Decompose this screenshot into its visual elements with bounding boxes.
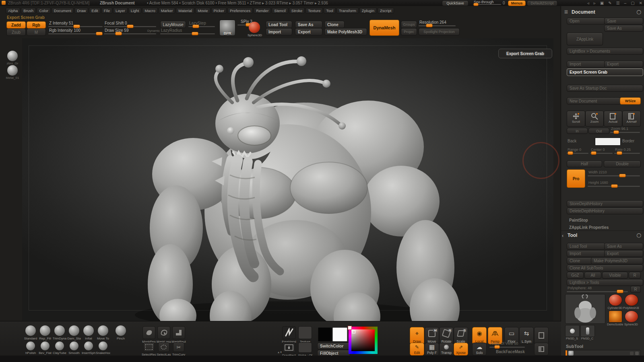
trimcurve-brush[interactable]: ✂ TrimCurv xyxy=(171,342,186,356)
tool-export-button[interactable]: Export xyxy=(604,250,643,257)
goz-all-button[interactable]: All xyxy=(584,272,601,279)
new-document-button[interactable]: New Document xyxy=(567,97,621,105)
window-icon[interactable]: ☰ xyxy=(616,1,620,5)
menu-item[interactable]: Light xyxy=(128,8,142,14)
tool-make-polymesh-button[interactable]: Make Polymesh3D xyxy=(591,257,643,264)
tool-import-button[interactable]: Import xyxy=(567,250,605,257)
material-thumbnail[interactable] xyxy=(7,51,18,61)
window-icon[interactable]: ◃ xyxy=(587,1,589,5)
window-icon[interactable]: ▹ xyxy=(594,1,596,5)
slider-handle[interactable] xyxy=(192,32,198,35)
selectrect-brush[interactable]: SelectRec xyxy=(142,342,156,356)
zoom-out-button[interactable]: Out xyxy=(588,128,609,134)
slider-handle[interactable] xyxy=(473,3,479,6)
masklasso-brush[interactable]: MaskLass xyxy=(157,326,171,343)
doc-import-button[interactable]: Import xyxy=(567,61,605,68)
quicksave-button[interactable]: QuickSave xyxy=(442,0,469,6)
range-slider[interactable]: Range 0 xyxy=(567,148,588,154)
brush-item[interactable]: TrimDyna xyxy=(52,325,67,340)
palette-circle-icon[interactable]: ◯ xyxy=(637,10,641,14)
canvas-actual-button[interactable] xyxy=(534,327,549,344)
lightbox-tools-button[interactable]: LightBox > Tools xyxy=(567,279,643,286)
goz-button[interactable]: GoZ xyxy=(567,272,584,279)
brush-item[interactable]: InsertSph xyxy=(81,341,96,355)
slider-handle[interactable] xyxy=(568,151,573,155)
menu-item[interactable]: Alpha xyxy=(6,8,20,14)
texture-selector[interactable]: Texture xyxy=(298,326,312,343)
slider-handle[interactable] xyxy=(613,130,619,134)
slider-handle[interactable] xyxy=(617,290,623,293)
menu-item[interactable]: Document xyxy=(52,8,74,14)
window-icon[interactable]: ✕ xyxy=(639,1,642,5)
window-icon[interactable]: – xyxy=(624,1,627,5)
maskrect-brush[interactable]: MaskRect xyxy=(171,326,186,343)
current-tool-thumbnail[interactable] xyxy=(249,22,260,33)
tool-thumb-polymesh3d[interactable] xyxy=(625,294,638,306)
default-zscript-button[interactable]: DefaultZScript xyxy=(527,0,557,6)
slider-handle[interactable] xyxy=(617,151,622,155)
clone-all-subtools-button[interactable]: Clone All SubTools xyxy=(567,265,643,272)
move-mode-button[interactable]: M Move xyxy=(425,327,439,344)
menu-item[interactable]: Stroke xyxy=(289,8,305,14)
lazymouse-button[interactable]: LazyMouse xyxy=(160,21,186,28)
resolution-slider[interactable]: Resolution 264 xyxy=(419,20,456,27)
slider-handle[interactable] xyxy=(127,25,134,28)
menu-item[interactable]: Picker xyxy=(211,8,227,14)
menu-item[interactable]: Material xyxy=(176,8,194,14)
doc-aahalf-button[interactable]: AAHalf xyxy=(622,111,641,127)
make-polymesh3d-button[interactable]: Make PolyMesh3D xyxy=(324,28,367,35)
zapplink-properties-item[interactable]: ZAppLink Properties xyxy=(569,225,609,230)
menus-toggle[interactable]: Menus xyxy=(508,0,526,6)
paintstop-item[interactable]: PaintStop xyxy=(569,218,588,222)
tool-load-button[interactable]: Load Tool xyxy=(567,243,605,250)
subtool-eye-icon[interactable] xyxy=(635,352,639,355)
dragrect-stroke[interactable]: DragRect xyxy=(282,342,296,357)
tool-thumb-cylinder3d[interactable] xyxy=(609,294,622,306)
doc-save-button[interactable]: Save xyxy=(604,18,643,25)
alpha-selector[interactable]: Alpha : Of xyxy=(298,342,312,357)
maskpen-brush[interactable]: MaskPen xyxy=(142,326,156,343)
brush-item[interactable]: hPolish xyxy=(23,341,38,355)
save-as-button[interactable]: Save As xyxy=(295,21,322,28)
slider-handle[interactable] xyxy=(73,25,80,28)
subtool-header[interactable]: SubTool xyxy=(566,344,583,349)
menu-item[interactable]: Movie xyxy=(195,8,210,14)
palette-menu-icon[interactable]: ☰ xyxy=(564,10,568,14)
menu-item[interactable]: Zplugin xyxy=(359,8,377,14)
selectlasso-brush[interactable]: SelectLas xyxy=(157,342,171,356)
border-label[interactable]: Border xyxy=(622,139,634,143)
draw-mode-button[interactable]: ⌖ Draw xyxy=(410,327,424,344)
tool-thumb-small[interactable] xyxy=(580,325,595,337)
brush-item[interactable]: SnakeHoo xyxy=(96,341,110,355)
lightbox-documents-button[interactable]: LightBox > Documents xyxy=(567,48,643,55)
back-label[interactable]: Back xyxy=(568,139,576,143)
center-slider[interactable]: Center 0 xyxy=(590,148,613,154)
canvas-scroll-arrows[interactable]: ▴▾ xyxy=(278,350,283,354)
doc-open-button[interactable]: Open xyxy=(567,18,605,25)
doc-zoom-button[interactable]: Zoom xyxy=(585,111,604,127)
delete-depth-history-button[interactable]: DeleteDepthHistory xyxy=(567,208,643,214)
local-symmetry-button[interactable]: ◉ Local xyxy=(472,327,487,344)
tool-thumb-small[interactable] xyxy=(565,325,580,337)
slider-handle[interactable] xyxy=(96,32,103,35)
double-button[interactable]: Double xyxy=(604,160,641,167)
slider-handle[interactable] xyxy=(192,25,199,28)
goz-visible-button[interactable]: Visible xyxy=(602,272,628,279)
solo-button[interactable]: ☁ Solo xyxy=(472,343,487,356)
xpose-button[interactable]: ⇗ Xpose xyxy=(454,343,468,356)
scale-mode-button[interactable]: S Scale xyxy=(454,327,468,344)
active-tool-preview[interactable] xyxy=(565,294,605,324)
material-thumbnail[interactable] xyxy=(7,65,18,76)
brush-item[interactable]: Bev_Flat xyxy=(38,341,52,355)
transp-button[interactable]: Transp xyxy=(439,343,454,356)
canvas-aahalf-button[interactable] xyxy=(534,343,549,356)
lazyradius-slider[interactable]: LazyRadius xyxy=(160,28,215,35)
menu-item[interactable]: Render xyxy=(254,8,271,14)
tool-thumb-demosoldier[interactable] xyxy=(609,311,622,323)
focal-shift-slider[interactable]: Focal Shift 0 xyxy=(104,21,156,27)
width-slider[interactable]: Width 2210 xyxy=(588,170,640,177)
slider-handle[interactable] xyxy=(619,174,626,177)
doc-actual-button[interactable]: Actual xyxy=(604,111,622,127)
backfacemask-button[interactable]: BackFaceMask xyxy=(496,350,525,354)
zoom-in-button[interactable]: In xyxy=(567,128,588,134)
